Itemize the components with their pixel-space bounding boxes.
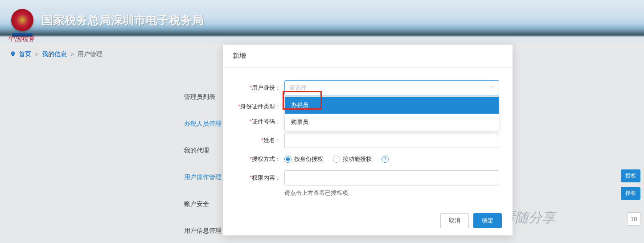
location-pin-icon [10, 51, 16, 58]
row-user-role: *用户身份： 请选择 ⌃ 办税员 购票员 [236, 80, 499, 95]
row-auth-mode: *授权方式： 按身份授权 按功能授权 ? [236, 155, 499, 163]
add-modal: 新增 *用户身份： 请选择 ⌃ 办税员 购票员 *身份证件类型： *证件号码： … [223, 45, 513, 235]
modal-title: 新增 [223, 45, 513, 68]
auth-badge[interactable]: 授权 [621, 169, 640, 182]
label-perm-content: 权限内容： [252, 174, 281, 181]
radio-label: 按身份授权 [294, 155, 323, 163]
label-id-number: 证件号码： [252, 118, 281, 125]
label-auth-mode: 授权方式： [252, 156, 281, 162]
chevron-up-icon: ⌃ [491, 86, 494, 91]
right-badges: 授权 授权 [621, 169, 640, 200]
user-role-dropdown: 办税员 购票员 [284, 96, 499, 131]
site-header: 国家税务总局深圳市电子税务局 中国税务 [0, 0, 644, 44]
breadcrumb-home[interactable]: 首页 [19, 50, 31, 58]
emblem-icon [11, 9, 33, 31]
select-user-role[interactable]: 请选择 ⌃ [284, 80, 499, 95]
radio-by-identity[interactable]: 按身份授权 [284, 155, 323, 163]
auth-badge[interactable]: 授权 [621, 187, 640, 200]
breadcrumb-myinfo[interactable]: 我的信息 [42, 50, 67, 58]
page-number[interactable]: 10 [627, 212, 640, 226]
dropdown-option-ticket-buyer[interactable]: 购票员 [285, 114, 499, 131]
cancel-button[interactable]: 取消 [440, 213, 469, 228]
red-subtitle: 中国税务 [8, 35, 35, 43]
label-name: 姓名： [263, 137, 281, 144]
breadcrumb-current: 用户管理 [78, 50, 103, 58]
radio-icon [284, 156, 291, 163]
radio-label: 按功能授权 [343, 155, 372, 163]
radio-icon [333, 156, 340, 163]
input-name[interactable] [284, 133, 499, 148]
dropdown-option-tax-officer[interactable]: 办税员 [285, 97, 499, 114]
row-name: *姓名： [236, 133, 499, 148]
breadcrumb-sep: > [70, 51, 74, 58]
select-placeholder: 请选择 [289, 84, 307, 92]
breadcrumb-sep: > [35, 51, 38, 58]
confirm-button[interactable]: 确定 [473, 213, 502, 228]
help-icon[interactable]: ? [381, 156, 389, 163]
input-perm-content[interactable] [284, 170, 499, 185]
row-perm-content: *权限内容： [236, 170, 499, 185]
label-id-type: 身份证件类型： [240, 103, 281, 110]
radio-by-function[interactable]: 按功能授权 [333, 155, 372, 163]
site-title: 国家税务总局深圳市电子税务局 [41, 12, 204, 28]
hint-text: 请点击上方查看已授权项 [284, 189, 499, 197]
label-user-role: 用户身份： [252, 84, 281, 91]
